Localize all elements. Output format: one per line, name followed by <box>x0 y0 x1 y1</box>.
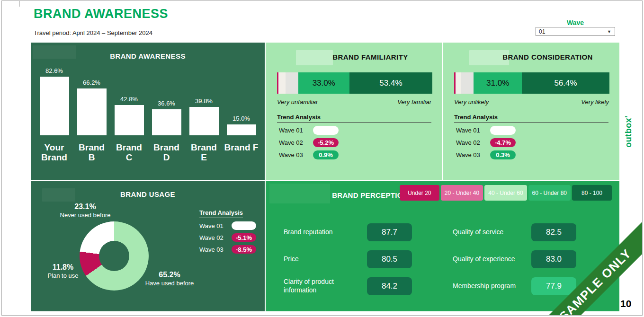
legend-bucket-button[interactable]: 60 - Under 80 <box>528 185 571 201</box>
bar-category-label: Brand E <box>187 143 221 162</box>
segment-value-label: 56.4% <box>554 79 577 88</box>
bar-column: 15.0% <box>224 115 259 135</box>
score-value-box: 82.5 <box>531 223 576 241</box>
bar <box>40 77 69 135</box>
stacked-bar-segment: 53.4% <box>349 72 432 94</box>
score-value-box: 83.0 <box>531 250 576 268</box>
legend-bucket-button[interactable]: 80 - 100 <box>572 185 612 201</box>
trend-row: Wave 030.3% <box>454 150 608 159</box>
stacked-bar-segment <box>456 72 461 94</box>
usage-slice-category: Never used before <box>50 211 121 219</box>
familiarity-trend-analysis: Trend AnalysisWave 01Wave 02-5.2%Wave 03… <box>277 114 431 159</box>
trend-wave-label: Wave 01 <box>454 127 490 134</box>
awareness-chart-title: BRAND AWARENESS <box>31 52 265 60</box>
bar-column: 66.2% <box>75 79 109 135</box>
page-title: BRAND AWARENESS <box>34 7 168 21</box>
trend-row: Wave 01 <box>454 126 608 135</box>
perception-scores: Brand reputation87.7Quality of service82… <box>284 219 579 299</box>
usage-slice-label: 23.1% Never used before <box>50 203 121 219</box>
trend-row: Wave 03-8.5% <box>199 245 259 254</box>
bar <box>152 109 181 135</box>
score-attribute-label: Brand reputation <box>284 228 367 237</box>
familiarity-chart-title: BRAND FAMILIARITY <box>266 53 442 61</box>
trend-value-pill <box>232 221 256 230</box>
trend-analysis-title: Trend Analysis <box>454 114 608 123</box>
panel-brand-consideration: BRAND CONSIDERATION 31.0%56.4% Very unli… <box>443 43 619 180</box>
bar <box>77 88 107 135</box>
trend-value-pill: -4.7% <box>490 138 516 147</box>
wave-selector-label: Wave <box>536 19 615 26</box>
bar-value-label: 66.2% <box>83 79 100 86</box>
wave-select[interactable]: 01 ▼ <box>536 27 615 36</box>
segment-value-label: 33.0% <box>313 79 335 88</box>
panel-brand-usage: BRAND USAGE 23.1% Never used before 11.8… <box>31 181 265 311</box>
trend-value-pill: -5.1% <box>232 233 256 242</box>
trend-wave-label: Wave 01 <box>277 127 313 134</box>
legend-bucket-button[interactable]: 40 - Under 60 <box>484 185 527 201</box>
consideration-stacked-bar: 31.0%56.4% <box>454 72 609 94</box>
score-attribute-label: Membership program <box>453 282 531 291</box>
consideration-axis-right: Very likely <box>581 98 609 106</box>
usage-chart-title: BRAND USAGE <box>31 190 265 198</box>
redacted-brand-name <box>269 184 330 203</box>
familiarity-stacked-bar: 33.0%53.4% <box>277 72 432 94</box>
score-attribute-label: Quality of experience <box>453 255 531 264</box>
perception-legend: Under 2020 - Under 4040 - Under 6060 - U… <box>400 185 612 201</box>
trend-wave-label: Wave 01 <box>199 222 232 229</box>
bar <box>227 124 256 135</box>
trend-row: Wave 030.9% <box>277 150 431 159</box>
legend-bucket-button[interactable]: 20 - Under 40 <box>441 185 483 201</box>
travel-period-subtitle: Travel period: April 2024 – September 20… <box>34 29 152 36</box>
usage-slice-percent: 65.2% <box>134 271 205 279</box>
trend-analysis-title: Trend Analysis <box>277 114 431 123</box>
consideration-trend-analysis: Trend AnalysisWave 01Wave 02-4.7%Wave 03… <box>454 114 608 159</box>
bar-category-label: Brand B <box>75 143 109 162</box>
stacked-bar-segment: 33.0% <box>298 72 349 94</box>
bar-value-label: 42.8% <box>120 96 138 103</box>
trend-value-pill <box>313 126 339 135</box>
trend-value-pill: 0.9% <box>313 150 339 159</box>
score-value-box: 87.7 <box>367 223 412 241</box>
usage-slice-label: 65.2% Have used before <box>134 271 205 287</box>
trend-value-pill: 0.3% <box>490 150 516 159</box>
score-attribute-label: Price <box>284 255 367 264</box>
bar-value-label: 39.8% <box>195 97 213 105</box>
stacked-bar-segment: 31.0% <box>474 72 522 94</box>
trend-wave-label: Wave 03 <box>199 246 232 253</box>
stacked-bar-segment <box>461 72 474 94</box>
trend-wave-label: Wave 03 <box>454 151 490 158</box>
trend-row: Wave 02-5.1% <box>199 233 259 242</box>
usage-slice-label: 11.8% Plan to use <box>33 263 93 279</box>
trend-value-pill: -5.2% <box>313 138 339 147</box>
trend-row: Wave 02-4.7% <box>454 138 608 147</box>
consideration-chart-title: BRAND CONSIDERATION <box>443 53 619 61</box>
bar-category-label: Your Brand <box>37 143 72 162</box>
awareness-bars: 82.6%66.2%42.8%36.6%39.8%15.0% <box>36 64 260 135</box>
panel-brand-familiarity: BRAND FAMILIARITY 33.0%53.4% Very unfami… <box>266 43 442 180</box>
usage-slice-percent: 11.8% <box>33 263 93 272</box>
score-value-box: 84.2 <box>367 277 412 295</box>
trend-value-pill <box>490 126 516 135</box>
bar-column: 82.6% <box>37 67 72 135</box>
bar-value-label: 82.6% <box>45 67 63 74</box>
bar-category-label: Brand D <box>150 143 184 162</box>
report-page: BRAND AWARENESS Travel period: April 202… <box>1 0 643 316</box>
panel-brand-awareness: BRAND AWARENESS 82.6%66.2%42.8%36.6%39.8… <box>31 43 265 180</box>
legend-bucket-button[interactable]: Under 20 <box>400 185 439 201</box>
trend-row: Wave 01 <box>277 126 431 135</box>
bar <box>115 105 144 135</box>
bar-column: 36.6% <box>150 100 184 135</box>
usage-slice-category: Plan to use <box>33 272 93 279</box>
trend-row: Wave 01 <box>199 221 259 230</box>
segment-value-label: 31.0% <box>486 79 509 88</box>
bar-category-label: Brand C <box>112 143 146 162</box>
bar-value-label: 15.0% <box>233 115 250 122</box>
segment-value-label: 53.4% <box>379 79 402 88</box>
score-attribute-label: Clarity of product information <box>284 278 367 294</box>
trend-wave-label: Wave 02 <box>199 234 232 241</box>
awareness-category-labels: Your BrandBrand BBrand CBrand DBrand EBr… <box>36 143 260 162</box>
trend-value-pill: -8.5% <box>232 245 256 254</box>
stacked-bar-segment <box>278 72 286 94</box>
usage-slice-percent: 23.1% <box>50 203 121 211</box>
score-value-box: 80.5 <box>367 250 412 268</box>
